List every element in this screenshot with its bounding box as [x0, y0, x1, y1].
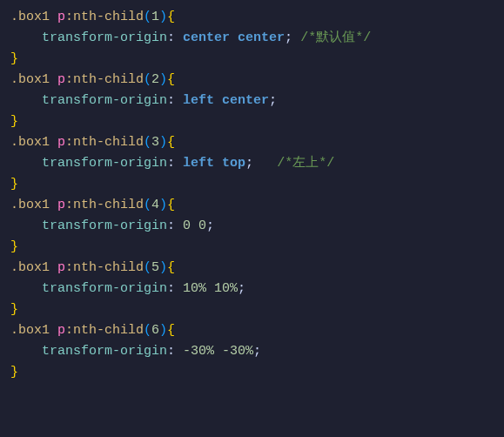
tag-selector: p: [57, 323, 65, 338]
brace-close: }: [10, 239, 18, 254]
css-value: center: [238, 30, 285, 45]
comment: /*默认值*/: [300, 30, 371, 45]
brace-close-line: }: [10, 237, 494, 258]
pseudo-selector: :nth-child: [65, 198, 144, 212]
selector-line: .box1 p:nth-child(1){: [10, 7, 494, 28]
tag-selector: p: [57, 198, 65, 212]
selector-line: .box1 p:nth-child(4){: [10, 195, 494, 216]
css-value: 0: [198, 218, 206, 233]
brace-close: }: [10, 302, 18, 317]
pseudo-selector: :nth-child: [65, 72, 144, 87]
class-selector: .box1: [10, 323, 50, 338]
css-value: 0: [183, 218, 191, 233]
declaration-line: transform-origin: 0 0;: [10, 216, 494, 237]
css-property: transform-origin: [42, 218, 167, 233]
css-property: transform-origin: [42, 93, 167, 108]
brace-close-line: }: [10, 362, 494, 383]
declaration-line: transform-origin: left top; /*左上*/: [10, 153, 494, 174]
pseudo-selector: :nth-child: [65, 10, 144, 24]
tag-selector: p: [57, 72, 65, 87]
class-selector: .box1: [10, 260, 50, 275]
brace-open: {: [167, 72, 175, 87]
pseudo-arg: 6: [151, 323, 159, 338]
paren-close: ): [159, 260, 167, 275]
declaration-line: transform-origin: 10% 10%;: [10, 279, 494, 299]
brace-close-line: }: [10, 174, 494, 195]
paren-close: ): [159, 323, 167, 338]
css-value: center: [222, 93, 269, 108]
pseudo-arg: 4: [151, 198, 159, 212]
paren-close: ): [159, 198, 167, 212]
css-value: -30%: [222, 344, 253, 359]
paren-open: (: [144, 72, 151, 87]
selector-line: .box1 p:nth-child(5){: [10, 258, 494, 279]
tag-selector: p: [57, 10, 65, 24]
paren-close: ): [159, 10, 167, 24]
brace-open: {: [167, 135, 175, 150]
brace-close: }: [10, 365, 18, 380]
brace-close: }: [10, 51, 18, 66]
pseudo-arg: 1: [151, 10, 159, 24]
selector-line: .box1 p:nth-child(3){: [10, 132, 494, 153]
css-value: -30%: [183, 344, 214, 359]
selector-line: .box1 p:nth-child(2){: [10, 70, 494, 91]
brace-close-line: }: [10, 299, 494, 320]
declaration-line: transform-origin: left center;: [10, 91, 494, 111]
css-value: left: [183, 156, 214, 171]
class-selector: .box1: [10, 198, 50, 212]
class-selector: .box1: [10, 135, 50, 150]
pseudo-selector: :nth-child: [65, 260, 144, 275]
brace-open: {: [167, 260, 175, 275]
css-value: center: [183, 30, 230, 45]
css-value: top: [222, 156, 245, 171]
code-block: .box1 p:nth-child(1){ transform-origin: …: [10, 7, 494, 383]
pseudo-selector: :nth-child: [65, 323, 144, 338]
brace-close: }: [10, 114, 18, 129]
paren-close: ): [159, 72, 167, 87]
brace-open: {: [167, 323, 175, 338]
paren-open: (: [144, 198, 151, 212]
pseudo-arg: 2: [151, 72, 159, 87]
brace-open: {: [167, 198, 175, 212]
pseudo-arg: 5: [151, 260, 159, 275]
css-value: left: [183, 93, 214, 108]
declaration-line: transform-origin: -30% -30%;: [10, 341, 494, 362]
selector-line: .box1 p:nth-child(6){: [10, 320, 494, 341]
paren-open: (: [144, 323, 151, 338]
class-selector: .box1: [10, 10, 50, 24]
brace-close: }: [10, 177, 18, 192]
tag-selector: p: [57, 135, 65, 150]
css-property: transform-origin: [42, 156, 167, 171]
css-property: transform-origin: [42, 30, 167, 45]
pseudo-selector: :nth-child: [65, 135, 144, 150]
brace-close-line: }: [10, 49, 494, 70]
tag-selector: p: [57, 260, 65, 275]
paren-open: (: [144, 135, 151, 150]
comment: /*左上*/: [277, 156, 334, 171]
pseudo-arg: 3: [151, 135, 159, 150]
brace-open: {: [167, 10, 175, 24]
css-property: transform-origin: [42, 344, 167, 359]
paren-open: (: [144, 10, 151, 24]
paren-close: ): [159, 135, 167, 150]
paren-open: (: [144, 260, 151, 275]
class-selector: .box1: [10, 72, 50, 87]
css-property: transform-origin: [42, 281, 167, 296]
css-value: 10%: [214, 281, 238, 296]
css-value: 10%: [183, 281, 206, 296]
declaration-line: transform-origin: center center; /*默认值*/: [10, 28, 494, 49]
brace-close-line: }: [10, 111, 494, 132]
